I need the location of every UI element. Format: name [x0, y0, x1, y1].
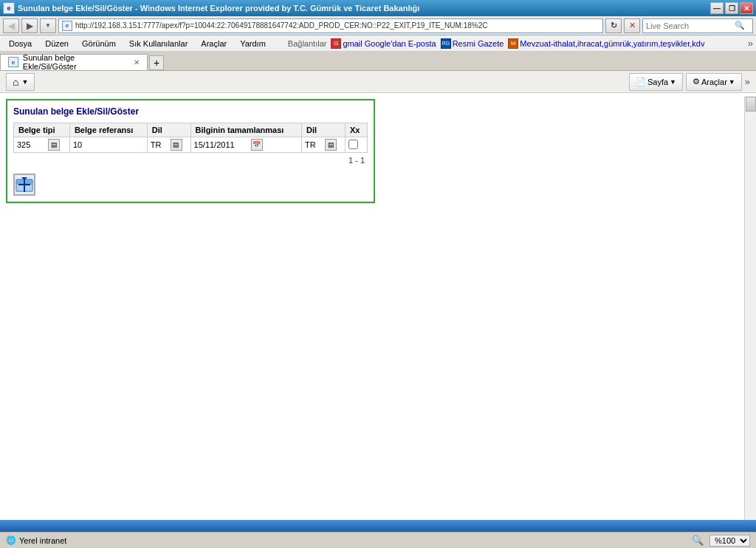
- toolbar-right: 📄 Sayfa ▼ ⚙ Araçlar ▼ »: [629, 73, 750, 91]
- tab-bar: e Sunulan belge Ekle/Sil/Göster ✕ +: [0, 52, 756, 71]
- dil2-lookup-button[interactable]: ▤: [325, 139, 337, 151]
- menu-yardim[interactable]: Yardım: [234, 38, 272, 49]
- cell-dil: ▤: [147, 137, 190, 153]
- url-text: http://192.168.3.151:7777/apex/f?p=10044…: [75, 21, 487, 30]
- tarih-cell: 📅: [194, 139, 298, 151]
- belge-ref-input[interactable]: [73, 140, 132, 149]
- pagination: 1 - 1: [13, 153, 368, 168]
- page-icon: 📄: [636, 77, 646, 86]
- search-icon: 🔍: [735, 21, 745, 30]
- menu-duzen[interactable]: Düzen: [39, 38, 75, 49]
- main-panel: Sunulan belge Ekle/Sil/Göster Belge tipi…: [6, 99, 375, 203]
- globe-icon: 🌐: [6, 535, 16, 545]
- content-area: Sunulan belge Ekle/Sil/Göster Belge tipi…: [0, 93, 756, 374]
- cell-dil2: ▤: [302, 137, 346, 153]
- tarih-calendar-button[interactable]: 📅: [251, 139, 263, 151]
- browser-icon: e: [3, 2, 15, 14]
- secure-zone: 🌐 Yerel intranet: [6, 535, 66, 545]
- bookmark-mevzuat[interactable]: M Mevzuat-ithalat,ihracat,gümrük,yatırım…: [508, 38, 704, 49]
- col-belge-ref: Belge referansı: [69, 123, 147, 137]
- tab-sunulan-belge[interactable]: e Sunulan belge Ekle/Sil/Göster ✕: [0, 54, 148, 70]
- tab-close-button[interactable]: ✕: [134, 58, 140, 66]
- cell-xx: [345, 137, 367, 153]
- belge-tipi-input[interactable]: [17, 140, 47, 149]
- menu-gorunum[interactable]: Görünüm: [76, 38, 122, 49]
- home-dropdown: ▼: [21, 78, 28, 86]
- col-belge-tipi: Belge tipi: [14, 123, 70, 137]
- window-title: Sunulan belge Ekle/Sil/Göster - Windows …: [18, 4, 419, 13]
- stop-button[interactable]: ✕: [624, 18, 640, 33]
- add-row-icon: [15, 175, 34, 194]
- table-row: ▤ ▤: [14, 137, 368, 153]
- col-dil2: Dil: [302, 123, 346, 137]
- tarih-input[interactable]: [194, 140, 250, 149]
- blue-bar: [0, 520, 756, 532]
- back-button[interactable]: ◀: [3, 18, 19, 33]
- title-bar: e Sunulan belge Ekle/Sil/Göster - Window…: [0, 0, 756, 16]
- belge-tipi-lookup-button[interactable]: ▤: [48, 139, 60, 151]
- col-tamamlanma: Bilginin tamamlanması: [190, 123, 301, 137]
- address-bar[interactable]: e http://192.168.3.151:7777/apex/f?p=100…: [58, 18, 603, 33]
- scroll-thumb[interactable]: [746, 97, 756, 112]
- cell-belge-ref: [69, 137, 147, 153]
- toolbar-expand[interactable]: »: [745, 76, 750, 87]
- zoom-select[interactable]: %75 %100 %125 %150: [709, 535, 750, 547]
- dil2-cell: ▤: [305, 139, 342, 151]
- minimize-button[interactable]: —: [710, 2, 724, 14]
- bookmark-resmi-gazete[interactable]: RG Resmi Gazete: [441, 38, 504, 49]
- home-button[interactable]: ⌂ ▼: [6, 73, 35, 91]
- tools-button[interactable]: ⚙ Araçlar ▼: [686, 73, 742, 91]
- refresh-button[interactable]: ↻: [605, 18, 622, 33]
- menu-dosya[interactable]: Dosya: [3, 38, 38, 49]
- gmail-icon: G: [331, 38, 341, 49]
- search-bar: 🔍: [642, 18, 753, 33]
- menu-sik-kullanilanlar[interactable]: Sık Kullanılanlar: [123, 38, 194, 49]
- restore-button[interactable]: ❐: [725, 2, 738, 14]
- data-table: Belge tipi Belge referansı Dil Bilginin …: [13, 123, 368, 153]
- nav-bar: ◀ ▶ ▼ e http://192.168.3.151:7777/apex/f…: [0, 16, 756, 35]
- zoom-icon: 🔍: [692, 535, 704, 546]
- dil-input[interactable]: [151, 140, 169, 149]
- page-icon: e: [62, 21, 72, 31]
- bookmark-gmail[interactable]: G gmail Google'dan E-posta: [331, 38, 436, 49]
- mevzuat-icon: M: [508, 38, 518, 49]
- add-row-button[interactable]: [13, 174, 35, 196]
- menu-bar: Dosya Düzen Görünüm Sık Kullanılanlar Ar…: [0, 35, 756, 52]
- resmi-gazete-icon: RG: [441, 38, 451, 49]
- dil2-input[interactable]: [305, 140, 323, 149]
- cell-belge-tipi: ▤: [14, 137, 70, 153]
- dil-lookup-button[interactable]: ▤: [171, 139, 182, 151]
- menu-araclar[interactable]: Araçlar: [195, 38, 233, 49]
- search-input[interactable]: [646, 21, 735, 30]
- toolbar: ⌂ ▼ 📄 Sayfa ▼ ⚙ Araçlar ▼ »: [0, 71, 756, 93]
- col-dil: Dil: [147, 123, 190, 137]
- col-xx: Xx: [345, 123, 367, 137]
- dil-cell: ▤: [151, 139, 188, 151]
- title-bar-left: e Sunulan belge Ekle/Sil/Göster - Window…: [3, 2, 419, 14]
- cell-tamamlanma: 📅: [190, 137, 301, 153]
- bookmarks-area: G gmail Google'dan E-posta RG Resmi Gaze…: [331, 38, 704, 49]
- tab-label: Sunulan belge Ekle/Sil/Göster: [23, 53, 129, 71]
- xx-checkbox[interactable]: [348, 140, 358, 149]
- forward-button[interactable]: ▶: [21, 18, 38, 33]
- panel-title: Sunulan belge Ekle/Sil/Göster: [13, 106, 368, 117]
- status-right: 🔍 %75 %100 %125 %150: [692, 535, 750, 547]
- scrollbar-right[interactable]: [744, 96, 756, 520]
- status-bar: 🌐 Yerel intranet 🔍 %75 %100 %125 %150: [0, 532, 756, 548]
- home-icon: ⌂: [13, 76, 18, 88]
- belge-ref-cell: [73, 140, 144, 149]
- tab-icon: e: [8, 57, 18, 67]
- page-button[interactable]: 📄 Sayfa ▼: [629, 73, 683, 91]
- close-button[interactable]: ✕: [740, 2, 753, 14]
- title-bar-buttons: — ❐ ✕: [710, 2, 753, 14]
- status-label: Yerel intranet: [19, 536, 66, 545]
- connections-label: Bağlantılar: [288, 39, 327, 48]
- new-tab-button[interactable]: +: [149, 55, 164, 70]
- dropdown-button[interactable]: ▼: [40, 18, 56, 33]
- bookmarks-expand[interactable]: »: [748, 38, 753, 49]
- belge-tipi-cell: ▤: [17, 139, 66, 151]
- tools-icon: ⚙: [693, 77, 700, 86]
